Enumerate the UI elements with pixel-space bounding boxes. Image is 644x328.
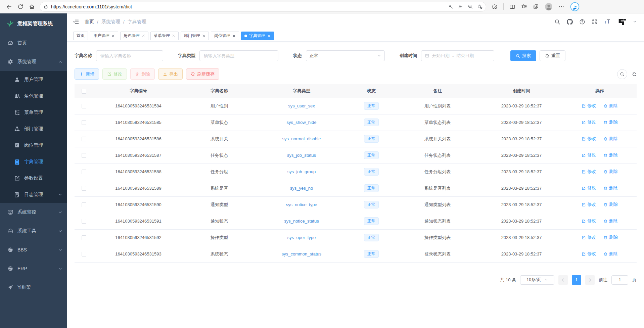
row-checkbox[interactable]	[82, 252, 86, 256]
help-icon[interactable]	[579, 19, 585, 25]
row-edit-button[interactable]: 修改	[582, 218, 596, 224]
dict-type-link[interactable]: sys_notice_status	[284, 219, 319, 224]
row-delete-button[interactable]: 删除	[603, 169, 618, 175]
dict-type-link[interactable]: sys_common_status	[282, 251, 322, 256]
sidebar-item[interactable]: BBS	[0, 240, 67, 259]
page-size-select[interactable]: 10条/页	[520, 275, 554, 285]
row-delete-button[interactable]: 删除	[603, 119, 618, 125]
extensions-icon[interactable]	[492, 4, 498, 10]
browser-home-button[interactable]	[26, 1, 38, 12]
read-aloud-icon[interactable]	[458, 4, 463, 9]
dict-type-link[interactable]: sys_show_hide	[287, 120, 317, 125]
export-button[interactable]: 导出	[158, 68, 183, 80]
user-avatar[interactable]	[618, 17, 627, 26]
row-checkbox[interactable]	[82, 104, 86, 108]
sidebar-item[interactable]: ERP	[0, 259, 67, 278]
row-edit-button[interactable]: 修改	[582, 169, 596, 175]
row-delete-button[interactable]: 删除	[603, 251, 618, 257]
start-date-placeholder[interactable]: 开始日期	[432, 53, 450, 59]
dict-type-link[interactable]: sys_normal_disable	[282, 136, 321, 141]
dict-name-input[interactable]	[96, 50, 163, 61]
sidebar-item[interactable]: Yi框架	[0, 278, 67, 297]
font-size-icon[interactable]	[604, 18, 611, 26]
tab-close-icon[interactable]	[202, 34, 205, 38]
tab-close-icon[interactable]	[142, 34, 145, 38]
show-search-toggle-button[interactable]	[617, 69, 627, 79]
row-delete-button[interactable]: 删除	[603, 218, 618, 224]
favorite-star-icon[interactable]	[477, 4, 482, 9]
refresh-table-button[interactable]	[632, 72, 637, 77]
sidebar-item[interactable]: 日志管理	[0, 186, 67, 203]
goto-page-input[interactable]	[611, 275, 628, 285]
row-delete-button[interactable]: 删除	[603, 234, 618, 240]
sidebar-item[interactable]: 系统工具	[0, 222, 67, 240]
split-screen-icon[interactable]	[509, 4, 515, 10]
password-key-icon[interactable]	[448, 4, 453, 9]
status-select[interactable]: 正常	[306, 50, 385, 61]
address-bar[interactable]: https://ccnetcore.com:1101/system/dict	[40, 2, 486, 12]
current-page-button[interactable]: 1	[572, 275, 581, 285]
browser-back-button[interactable]	[3, 1, 15, 12]
row-edit-button[interactable]: 修改	[582, 152, 596, 158]
end-date-placeholder[interactable]: 结束日期	[456, 53, 474, 59]
collections-icon[interactable]	[521, 4, 527, 10]
row-checkbox[interactable]	[82, 137, 86, 141]
edit-button[interactable]: 修改	[102, 68, 127, 80]
tab[interactable]: 角色管理	[120, 32, 148, 40]
row-edit-button[interactable]: 修改	[582, 103, 596, 109]
sidebar-item[interactable]: 系统管理	[0, 52, 67, 71]
row-edit-button[interactable]: 修改	[582, 234, 596, 240]
sidebar-item[interactable]: 字典管理	[0, 153, 67, 170]
browser-reload-button[interactable]	[15, 1, 26, 12]
dict-type-link[interactable]: sys_job_status	[287, 153, 316, 158]
tab-close-icon[interactable]	[267, 34, 271, 38]
zoom-out-icon[interactable]	[468, 4, 473, 9]
github-icon[interactable]	[567, 19, 573, 25]
sidebar-item[interactable]: 部门管理	[0, 121, 67, 137]
sidebar-item[interactable]: 首页	[0, 34, 67, 52]
row-checkbox[interactable]	[82, 120, 86, 125]
prev-page-button[interactable]	[558, 275, 568, 285]
tab-close-icon[interactable]	[232, 34, 236, 38]
row-delete-button[interactable]: 删除	[603, 201, 618, 207]
search-button[interactable]: 搜索	[510, 50, 536, 61]
row-checkbox[interactable]	[82, 186, 86, 191]
next-page-button[interactable]	[585, 275, 595, 285]
sidebar-item[interactable]: 用户管理	[0, 71, 67, 88]
dict-type-link[interactable]: sys_yes_no	[290, 186, 313, 191]
row-checkbox[interactable]	[82, 235, 86, 240]
date-range-picker[interactable]: 开始日期 - 结束日期	[421, 50, 494, 61]
sidebar-item[interactable]: 系统监控	[0, 203, 67, 222]
refresh-cache-button[interactable]: 刷新缓存	[186, 68, 219, 80]
row-edit-button[interactable]: 修改	[582, 201, 596, 207]
row-edit-button[interactable]: 修改	[582, 136, 596, 142]
row-delete-button[interactable]: 删除	[603, 136, 618, 142]
tab[interactable]: 部门管理	[181, 32, 209, 40]
delete-button[interactable]: 删除	[130, 68, 155, 80]
reset-button[interactable]: 重置	[540, 50, 565, 61]
tab[interactable]: 首页	[73, 32, 88, 40]
sidebar-item[interactable]: 岗位管理	[0, 137, 67, 153]
url-text[interactable]: https://ccnetcore.com:1101/system/dict	[51, 4, 446, 9]
copilot-bing-icon[interactable]	[570, 2, 580, 11]
tab[interactable]: 岗位管理	[211, 32, 239, 40]
user-menu-caret-icon[interactable]	[633, 20, 637, 24]
row-checkbox[interactable]	[82, 219, 86, 224]
dict-type-link[interactable]: sys_user_sex	[288, 103, 315, 108]
tab-close-icon[interactable]	[172, 34, 175, 38]
header-search-icon[interactable]	[554, 19, 560, 25]
row-checkbox[interactable]	[82, 170, 86, 174]
dict-type-link[interactable]: sys_job_group	[287, 169, 316, 174]
tab-close-icon[interactable]	[111, 34, 115, 38]
sidebar-item[interactable]: 角色管理	[0, 88, 67, 104]
select-all-checkbox[interactable]	[82, 89, 86, 94]
row-delete-button[interactable]: 删除	[603, 185, 618, 191]
fullscreen-icon[interactable]	[592, 19, 598, 25]
breadcrumb-home[interactable]: 首页	[85, 19, 94, 25]
browser-menu-icon[interactable]	[558, 4, 564, 10]
dict-type-input[interactable]	[199, 50, 278, 61]
row-delete-button[interactable]: 删除	[603, 152, 618, 158]
tab[interactable]: 字典管理	[241, 32, 274, 40]
add-tab-group-icon[interactable]	[533, 4, 539, 10]
add-button[interactable]: 新增	[75, 68, 99, 80]
